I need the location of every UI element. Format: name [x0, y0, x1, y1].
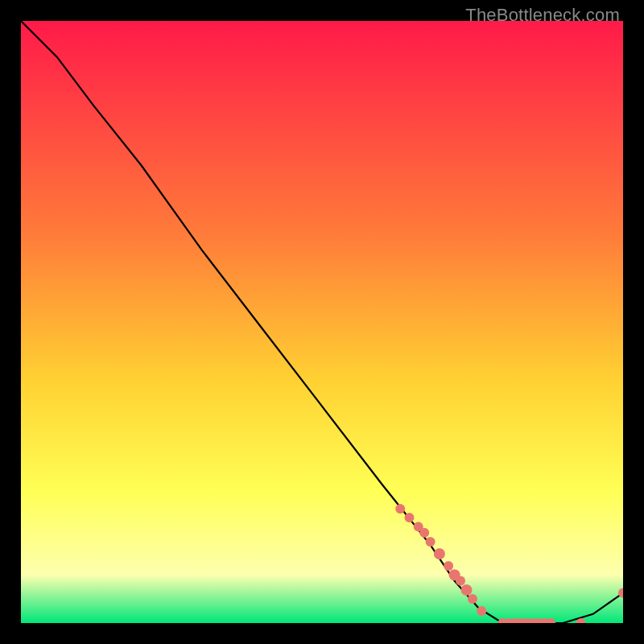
- data-point: [419, 528, 429, 538]
- chart-background-gradient: [21, 21, 623, 623]
- data-point: [461, 584, 473, 596]
- data-point: [405, 513, 415, 522]
- data-point: [444, 561, 453, 571]
- chart-plot-area: [21, 21, 623, 623]
- data-point: [395, 504, 405, 514]
- data-point: [434, 548, 445, 559]
- data-point: [426, 537, 436, 547]
- chart-svg: [21, 21, 623, 623]
- data-point: [468, 594, 477, 604]
- data-point: [456, 576, 465, 586]
- data-point: [477, 606, 486, 616]
